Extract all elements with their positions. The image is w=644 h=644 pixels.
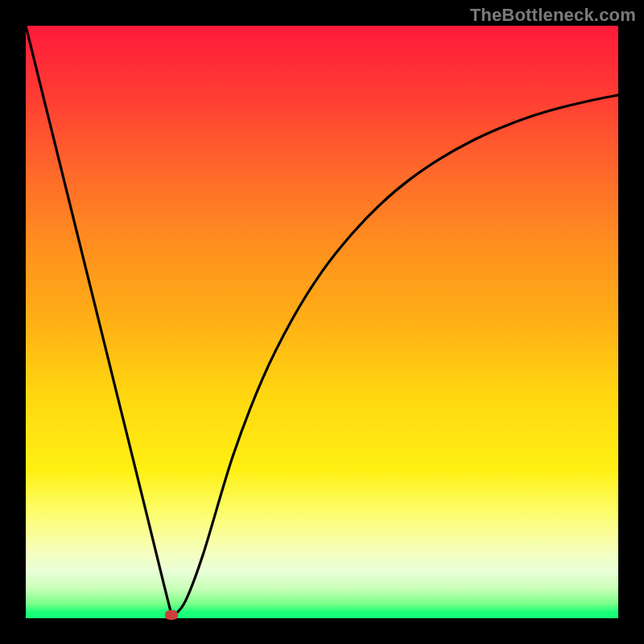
watermark-text: TheBottleneck.com	[470, 5, 636, 26]
minimum-marker	[165, 610, 178, 620]
curve-svg	[26, 26, 618, 618]
curve-path	[26, 26, 618, 618]
chart-frame: TheBottleneck.com	[0, 0, 644, 644]
